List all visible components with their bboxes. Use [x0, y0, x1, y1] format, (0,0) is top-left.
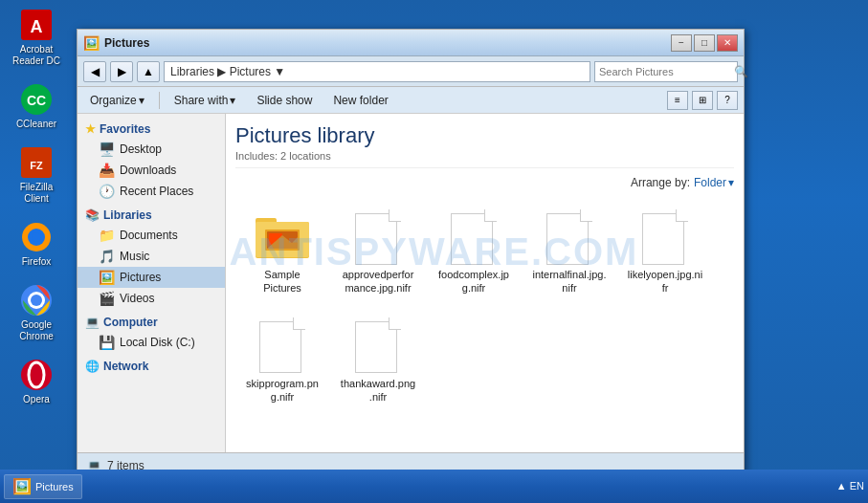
- search-icon: 🔍: [734, 65, 748, 78]
- toolbar-right: ≡ ⊞ ?: [667, 91, 738, 110]
- music-sidebar-icon: 🎵: [99, 249, 115, 264]
- desktop-icon-filezilla[interactable]: FZ FileZilla Client: [8, 142, 65, 208]
- taskbar-time: ▲ EN: [836, 480, 864, 492]
- window-title: Pictures: [104, 36, 671, 50]
- sidebar-item-localdisk[interactable]: 💾 Local Disk (C:): [78, 332, 225, 353]
- sidebar-computer-header[interactable]: 💻 Computer: [78, 313, 225, 332]
- file-item-likelyopen[interactable]: likelyopen.jpg.nifr: [622, 201, 708, 300]
- desktop-sidebar-icon: 🖥️: [99, 142, 115, 157]
- computer-sidebar-icon: 💻: [85, 316, 100, 329]
- address-bar[interactable]: Libraries ▶ Pictures ▼: [164, 61, 590, 82]
- sidebar-item-downloads[interactable]: 📥 Downloads: [78, 160, 225, 181]
- svg-text:CC: CC: [27, 93, 46, 108]
- file-item-skipprogram[interactable]: skipprogram.png.nifr: [239, 310, 325, 409]
- up-button[interactable]: ▲: [137, 61, 160, 82]
- view-icons-button[interactable]: ⊞: [692, 91, 713, 110]
- maximize-button[interactable]: □: [694, 34, 715, 52]
- title-bar: 🖼️ Pictures − □ ✕: [78, 30, 744, 56]
- file-item-thankaward[interactable]: thankaward.png.nifr: [335, 310, 421, 409]
- sidebar-favorites-header[interactable]: ★ Favorites: [78, 120, 225, 139]
- foodcomplex-label: foodcomplex.jpg.nifr: [435, 268, 512, 295]
- svg-point-8: [32, 232, 41, 242]
- slide-show-button[interactable]: Slide show: [250, 91, 319, 110]
- desktop-icon-chrome[interactable]: Google Chrome: [8, 280, 65, 345]
- ccleaner-label: CCleaner: [16, 119, 56, 130]
- arrange-by-label: Arrange by:: [631, 176, 690, 189]
- close-button[interactable]: ✕: [717, 34, 738, 52]
- libraries-folder-icon: 📚: [85, 208, 100, 222]
- nav-bar: ◀ ▶ ▲ Libraries ▶ Pictures ▼ 🔍: [78, 56, 744, 87]
- new-folder-button[interactable]: New folder: [326, 91, 394, 110]
- sidebar-item-videos[interactable]: 🎬 Videos: [78, 288, 225, 309]
- sidebar-item-desktop[interactable]: 🖥️ Desktop: [78, 139, 225, 160]
- favorites-star-icon: ★: [85, 122, 96, 136]
- sidebar-libraries-header[interactable]: 📚 Libraries: [78, 206, 225, 225]
- search-bar[interactable]: 🔍: [594, 61, 738, 82]
- thankaward-icon: [349, 315, 407, 377]
- file-grid: Sample Pictures approvedperformance.jpg.…: [235, 197, 734, 412]
- videos-sidebar-icon: 🎬: [99, 291, 115, 306]
- recent-sidebar-label: Recent Places: [120, 185, 193, 198]
- filezilla-label: FileZilla Client: [11, 182, 62, 205]
- foodcomplex-icon: [445, 206, 502, 268]
- acrobat-label: Acrobat Reader DC: [11, 44, 62, 67]
- arrange-by-value: Folder: [694, 176, 726, 189]
- view-details-button[interactable]: ≡: [667, 91, 688, 110]
- pictures-sidebar-icon: 🖼️: [99, 270, 115, 285]
- svg-point-12: [21, 360, 52, 390]
- search-input[interactable]: [599, 66, 731, 77]
- title-bar-buttons: − □ ✕: [671, 34, 738, 52]
- organize-chevron: ▾: [139, 94, 145, 107]
- minimize-button[interactable]: −: [671, 34, 692, 52]
- filezilla-icon: FZ: [19, 145, 54, 180]
- share-with-button[interactable]: Share with ▾: [167, 91, 243, 110]
- internalfinal-icon: [541, 206, 598, 268]
- ccleaner-icon: CC: [19, 82, 54, 117]
- window-icon: 🖼️: [83, 35, 99, 51]
- chrome-icon: [19, 283, 54, 317]
- localdisk-icon: 💾: [99, 335, 115, 350]
- sidebar-item-recent[interactable]: 🕐 Recent Places: [78, 181, 225, 202]
- file-item-sample-pictures[interactable]: Sample Pictures: [239, 201, 325, 300]
- sample-pictures-folder-icon: [254, 206, 311, 268]
- favorites-label: Favorites: [100, 122, 150, 136]
- arrange-chevron-icon: ▾: [728, 176, 734, 189]
- likelyopen-icon: [636, 206, 694, 268]
- explorer-window: 🖼️ Pictures − □ ✕ ◀ ▶ ▲ Libraries ▶ Pict…: [77, 29, 745, 478]
- opera-label: Opera: [23, 394, 50, 405]
- file-item-approvedperformance[interactable]: approvedperformance.jpg.nifr: [335, 201, 421, 300]
- organize-button[interactable]: Organize ▾: [83, 91, 151, 110]
- desktop-icon-ccleaner[interactable]: CC CCleaner: [8, 79, 65, 133]
- address-libraries: Libraries ▶ Pictures ▼: [170, 65, 285, 78]
- network-sidebar-icon: 🌐: [85, 360, 100, 373]
- desktop-icon-acrobat[interactable]: A Acrobat Reader DC: [8, 5, 65, 70]
- taskbar: 🖼️ Pictures ▲ EN: [0, 470, 868, 503]
- file-item-internalfinal[interactable]: internalfinal.jpg.nifr: [526, 201, 612, 300]
- taskbar-pictures-app[interactable]: 🖼️ Pictures: [4, 474, 82, 499]
- file-item-foodcomplex[interactable]: foodcomplex.jpg.nifr: [431, 201, 517, 300]
- recent-sidebar-icon: 🕐: [99, 184, 115, 199]
- back-button[interactable]: ◀: [83, 61, 106, 82]
- help-button[interactable]: ?: [717, 91, 738, 110]
- library-info: Includes: 2 locations: [235, 150, 734, 162]
- desktop-icon-firefox[interactable]: Firefox: [8, 217, 65, 271]
- file-area: Pictures library Includes: 2 locations A…: [226, 114, 744, 452]
- library-header: Pictures library Includes: 2 locations: [235, 123, 734, 168]
- toolbar-sep-1: [159, 92, 160, 109]
- sidebar-item-pictures[interactable]: 🖼️ Pictures: [78, 267, 225, 288]
- arrange-by-button[interactable]: Folder ▾: [694, 176, 734, 189]
- forward-button[interactable]: ▶: [110, 61, 133, 82]
- computer-label: Computer: [103, 316, 158, 329]
- internalfinal-label: internalfinal.jpg.nifr: [531, 268, 608, 295]
- sidebar-item-documents[interactable]: 📁 Documents: [78, 225, 225, 246]
- taskbar-app-label: Pictures: [35, 481, 74, 492]
- taskbar-clock: ▲ EN: [836, 479, 864, 492]
- organize-label: Organize: [90, 94, 137, 107]
- desktop-icon-opera[interactable]: Opera: [8, 355, 65, 408]
- firefox-icon: [19, 220, 54, 254]
- sidebar-item-music[interactable]: 🎵 Music: [78, 246, 225, 267]
- pictures-sidebar-label: Pictures: [120, 271, 161, 284]
- sidebar-network-header[interactable]: 🌐 Network: [78, 357, 225, 376]
- acrobat-icon: A: [19, 8, 54, 42]
- opera-icon: [19, 358, 54, 392]
